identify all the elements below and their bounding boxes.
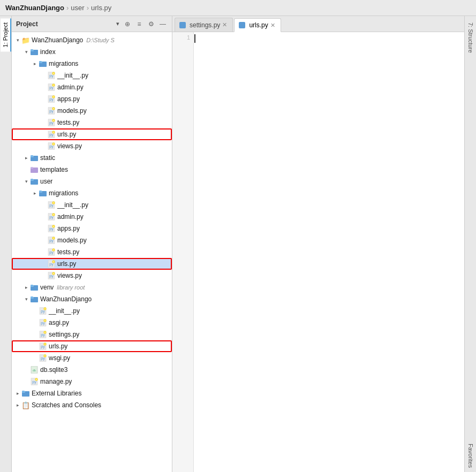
tab-settings-close[interactable]: ✕ <box>222 21 227 28</box>
svg-text:db: db <box>33 369 36 372</box>
tree-item-views-index[interactable]: pyviews.py <box>12 140 172 152</box>
label-apps-user: apps.py <box>57 225 80 232</box>
icon-views-index: py <box>47 142 56 150</box>
breadcrumb: WanZhuanDjango › user › urls.py <box>5 4 111 12</box>
label-init-user: __init__.py <box>57 201 88 209</box>
panel-title: Project <box>16 20 113 28</box>
tree-item-external-libs[interactable]: External Libraries <box>12 387 172 399</box>
label-views-index: views.py <box>57 142 82 150</box>
svg-point-82 <box>44 308 46 310</box>
tree-item-apps-user[interactable]: pyapps.py <box>12 223 172 234</box>
tree-item-urls-wanzhuan[interactable]: pyurls.py <box>12 340 172 352</box>
icon-models-user: py <box>47 236 56 245</box>
tab-urls-label: urls.py <box>249 21 268 29</box>
urls-py-icon <box>239 22 245 28</box>
label-init-index: __init__.py <box>57 72 88 79</box>
tab-urls[interactable]: urls.py ✕ <box>234 18 281 32</box>
icon-static-folder <box>30 154 39 162</box>
tree-item-models-index[interactable]: pymodels.py <box>12 105 172 117</box>
breadcrumb-folder[interactable]: user <box>71 4 84 12</box>
icon-urls-user: py <box>47 260 56 268</box>
favorites-side-tab[interactable]: Favorites <box>466 439 475 472</box>
right-side-tabs: 7: Structure Favorites <box>464 16 476 472</box>
breadcrumb-sep1: › <box>66 4 69 12</box>
breadcrumb-sep2: › <box>87 4 89 12</box>
label-user-folder: user <box>40 178 52 185</box>
tree-item-urls-user[interactable]: pyurls.py <box>12 258 172 270</box>
editor-area: settings.py ✕ urls.py ✕ 1 <box>172 16 464 472</box>
structure-side-tab[interactable]: 7: Structure <box>466 18 475 57</box>
tree-item-manage-py[interactable]: pymanage.py <box>12 376 172 387</box>
tree-item-tests-index[interactable]: pytests.py <box>12 117 172 128</box>
tree-item-wanzhuan-root[interactable]: 📁WanZhuanDjangoD:\Study S <box>12 34 172 46</box>
tree-item-db-sqlite[interactable]: dbdb.sqlite3 <box>12 364 172 376</box>
tree-item-init-wanzhuan[interactable]: py__init__.py <box>12 305 172 317</box>
svg-rect-41 <box>31 179 33 180</box>
editor-gutter: 1 <box>172 32 194 472</box>
panel-icons: ⊕ ≡ ⚙ — <box>123 19 168 29</box>
svg-rect-36 <box>31 155 33 157</box>
locate-icon[interactable]: ⊕ <box>123 19 132 29</box>
left-side-tabs: 1: Project <box>0 16 12 472</box>
tab-settings[interactable]: settings.py ✕ <box>175 18 233 32</box>
svg-point-33 <box>53 143 55 145</box>
file-tree: 📁WanZhuanDjangoD:\Study Sindexmigrations… <box>12 32 172 472</box>
tree-item-admin-index[interactable]: pyadmin.py <box>12 81 172 93</box>
label-index-folder: index <box>40 48 56 56</box>
tree-item-urls-index[interactable]: pyurls.py <box>12 128 172 140</box>
tree-item-user-folder[interactable]: user <box>12 176 172 187</box>
tab-bar: settings.py ✕ urls.py ✕ <box>172 16 464 32</box>
tree-item-wanzhuan-package[interactable]: WanZhuanDjango <box>12 293 172 305</box>
icon-apps-user: py <box>47 224 56 233</box>
tree-item-init-index[interactable]: py__init__.py <box>12 70 172 81</box>
label-manage-py: manage.py <box>40 378 72 385</box>
label-tests-user: tests.py <box>57 248 79 256</box>
icon-init-index: py <box>47 71 56 80</box>
tree-item-index-folder[interactable]: index <box>12 46 172 58</box>
tree-item-tests-user[interactable]: pytests.py <box>12 246 172 258</box>
tree-item-apps-index[interactable]: pyapps.py <box>12 93 172 105</box>
label-templates-folder: templates <box>40 166 68 173</box>
gear-icon[interactable]: ⚙ <box>146 19 156 29</box>
label-urls-user: urls.py <box>57 260 76 268</box>
tree-item-admin-user[interactable]: pyadmin.py <box>12 211 172 223</box>
collapse-icon[interactable]: ≡ <box>134 19 144 29</box>
icon-apps-index: py <box>47 95 56 103</box>
tree-item-init-user[interactable]: py__init__.py <box>12 199 172 211</box>
tree-item-migrations-index[interactable]: migrations <box>12 58 172 70</box>
svg-point-64 <box>53 249 55 251</box>
tree-item-models-user[interactable]: pymodels.py <box>12 234 172 246</box>
svg-rect-38 <box>31 167 33 169</box>
tree-item-asgi-wanzhuan[interactable]: pyasgi.py <box>12 317 172 329</box>
svg-point-90 <box>44 332 46 333</box>
editor-content[interactable]: 1 <box>172 32 464 472</box>
breadcrumb-file[interactable]: urls.py <box>91 4 111 12</box>
icon-templates-folder <box>30 165 39 174</box>
label-venv-folder: venv <box>40 284 54 291</box>
label-models-index: models.py <box>57 107 87 115</box>
icon-settings-wanzhuan: py <box>39 330 47 339</box>
tree-item-migrations-user[interactable]: migrations <box>12 187 172 199</box>
tree-item-static-folder[interactable]: static <box>12 152 172 164</box>
tree-item-scratches[interactable]: 📋Scratches and Consoles <box>12 399 172 411</box>
svg-rect-44 <box>39 191 42 192</box>
svg-point-52 <box>53 214 55 216</box>
breadcrumb-project[interactable]: WanZhuanDjango <box>5 4 64 12</box>
tree-item-templates-folder[interactable]: templates <box>12 164 172 176</box>
icon-index-folder <box>30 48 39 56</box>
label-models-user: models.py <box>57 237 87 244</box>
svg-point-60 <box>53 238 55 239</box>
tree-item-wsgi-wanzhuan[interactable]: pywsgi.py <box>12 352 172 364</box>
icon-init-wanzhuan: py <box>39 307 47 315</box>
label-external-libs: External Libraries <box>32 390 81 397</box>
svg-rect-107 <box>22 391 25 392</box>
project-side-tab[interactable]: 1: Project <box>1 18 11 51</box>
tree-item-venv-folder[interactable]: venvlibrary root <box>12 281 172 293</box>
tree-item-settings-wanzhuan[interactable]: pysettings.py <box>12 329 172 340</box>
icon-models-index: py <box>47 106 56 115</box>
icon-asgi-wanzhuan: py <box>39 318 47 327</box>
label-admin-user: admin.py <box>57 213 84 220</box>
tree-item-views-user[interactable]: pyviews.py <box>12 270 172 281</box>
minimize-icon[interactable]: — <box>158 19 168 29</box>
tab-urls-close[interactable]: ✕ <box>270 22 275 29</box>
